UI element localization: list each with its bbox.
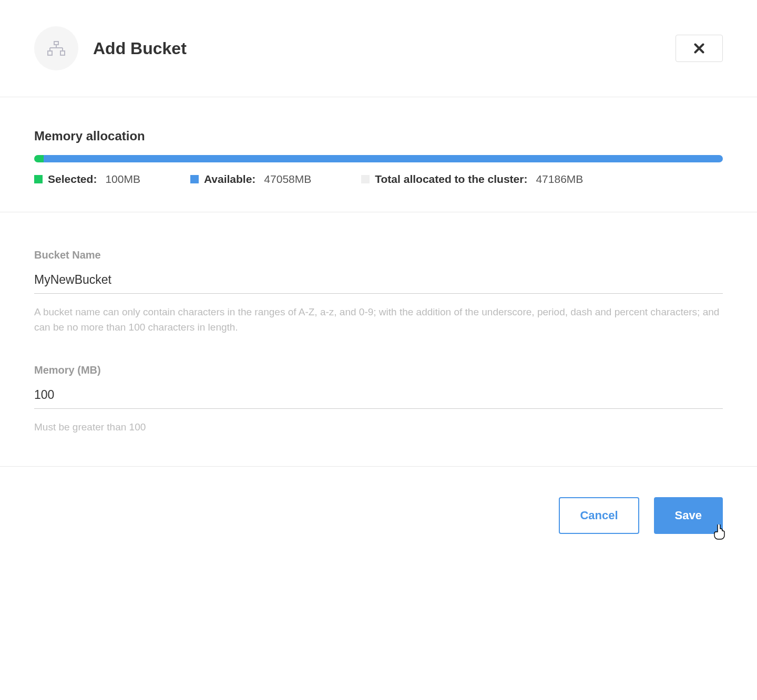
bucket-name-input[interactable] <box>34 269 723 294</box>
memory-mb-input[interactable] <box>34 384 723 409</box>
cancel-button[interactable]: Cancel <box>559 497 639 534</box>
header-left: Add Bucket <box>34 26 187 70</box>
swatch-blue-icon <box>190 175 199 183</box>
swatch-gray-icon <box>361 175 370 183</box>
memory-mb-group: Memory (MB) Must be greater than 100 <box>34 364 723 435</box>
progress-selected-segment <box>34 155 44 162</box>
svg-rect-6 <box>60 51 65 55</box>
swatch-green-icon <box>34 175 43 183</box>
bucket-name-label: Bucket Name <box>34 249 723 261</box>
close-button[interactable] <box>676 35 723 62</box>
legend-selected: Selected: 100MB <box>34 173 140 186</box>
memory-allocation-section: Memory allocation Selected: 100MB Availa… <box>0 97 757 212</box>
memory-mb-label: Memory (MB) <box>34 364 723 376</box>
memory-mb-hint: Must be greater than 100 <box>34 419 723 435</box>
close-icon <box>694 43 704 54</box>
legend-selected-label: Selected: <box>48 173 97 186</box>
bucket-icon <box>47 41 65 56</box>
memory-legend: Selected: 100MB Available: 47058MB Total… <box>34 173 723 186</box>
legend-available-value: 47058MB <box>264 173 311 186</box>
save-button[interactable]: Save <box>654 497 723 534</box>
legend-total-label: Total allocated to the cluster: <box>375 173 527 186</box>
bucket-name-hint: A bucket name can only contain character… <box>34 304 723 335</box>
legend-available: Available: 47058MB <box>190 173 311 186</box>
svg-rect-0 <box>54 42 58 45</box>
memory-progress-bar <box>34 155 723 162</box>
legend-available-label: Available: <box>204 173 255 186</box>
legend-selected-value: 100MB <box>105 173 140 186</box>
legend-total-value: 47186MB <box>536 173 583 186</box>
legend-total: Total allocated to the cluster: 47186MB <box>361 173 583 186</box>
bucket-name-group: Bucket Name A bucket name can only conta… <box>34 249 723 335</box>
dialog-footer: Cancel Save <box>0 467 757 564</box>
bucket-icon-circle <box>34 26 78 70</box>
form-section: Bucket Name A bucket name can only conta… <box>0 212 757 467</box>
memory-title: Memory allocation <box>34 129 723 143</box>
svg-rect-5 <box>48 51 52 55</box>
dialog-title: Add Bucket <box>93 39 187 58</box>
progress-available-segment <box>44 155 723 162</box>
dialog-header: Add Bucket <box>0 0 757 97</box>
